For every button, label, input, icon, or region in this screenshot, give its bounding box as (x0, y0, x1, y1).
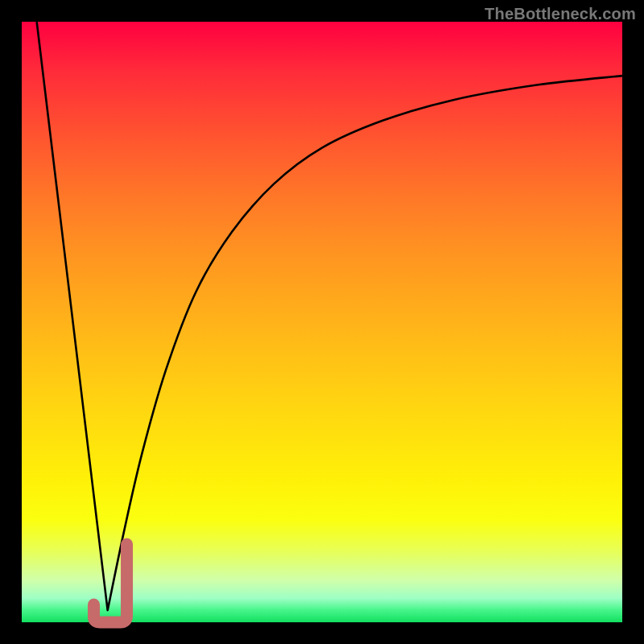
chart-line-path (37, 22, 622, 610)
watermark-text: TheBottleneck.com (485, 5, 636, 23)
chart-plot-area (22, 22, 622, 622)
dip-marker (94, 544, 127, 622)
chart-curves-svg (22, 22, 622, 622)
chart-frame: TheBottleneck.com (0, 0, 644, 644)
